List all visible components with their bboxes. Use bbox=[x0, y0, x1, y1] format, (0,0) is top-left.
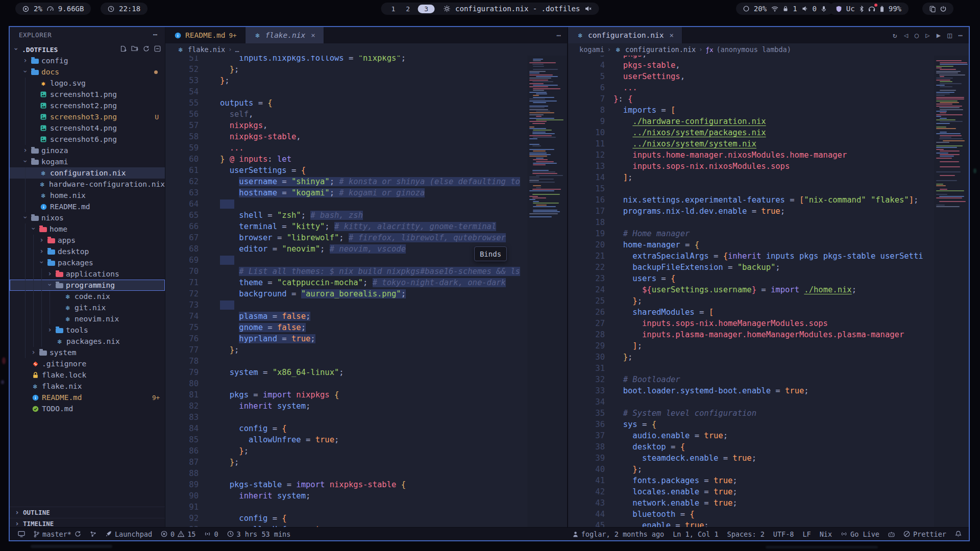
breadcrumb-symbol[interactable]: (anonymous lambda) bbox=[716, 45, 791, 54]
code-line-59[interactable]: 59 ... bbox=[165, 142, 527, 154]
breadcrumb-more[interactable]: … bbox=[235, 45, 239, 54]
code-line-62[interactable]: 62 username = "shinya"; # konsta or shin… bbox=[165, 176, 527, 187]
tree-item-ginoza[interactable]: ›ginoza bbox=[10, 145, 165, 156]
tab-configuration.nix[interactable]: ❄configuration.nix× bbox=[568, 27, 682, 43]
status-eol[interactable]: LF bbox=[802, 530, 811, 538]
tree-item-git.nix[interactable]: ❄git.nix bbox=[10, 302, 165, 313]
status-git-branch[interactable]: master* bbox=[34, 530, 81, 538]
code-line-54[interactable]: 54 bbox=[165, 86, 527, 97]
tree-item-README.md[interactable]: README.md9+ bbox=[10, 392, 165, 403]
code-line-33[interactable]: 33 boot.loader.systemd-boot.enable = tru… bbox=[568, 385, 934, 396]
breadcrumb-file[interactable]: configuration.nix bbox=[625, 45, 696, 54]
tree-item-apps[interactable]: ›apps bbox=[10, 235, 165, 246]
minimap[interactable] bbox=[527, 56, 567, 527]
code-line-8[interactable]: 8 imports = [ bbox=[568, 105, 934, 116]
status-indentation[interactable]: Spaces: 2 bbox=[727, 530, 765, 538]
audio-brightness-widget[interactable]: 20%10 bbox=[736, 3, 834, 15]
code-line-18[interactable]: 18 bbox=[568, 217, 934, 228]
collapse-folders-icon[interactable] bbox=[154, 45, 161, 54]
code-line-40[interactable]: 40 }; bbox=[568, 464, 934, 475]
tree-item-home[interactable]: ›home bbox=[10, 223, 165, 235]
tree-item-nixos[interactable]: ›nixos bbox=[10, 212, 165, 223]
code-line-15[interactable]: 15 bbox=[568, 183, 934, 194]
code-line-55[interactable]: 55outputs = { bbox=[165, 97, 527, 109]
code-line-57[interactable]: 57 nixpkgs, bbox=[165, 120, 527, 131]
tree-item-applications[interactable]: ›applications bbox=[10, 268, 165, 280]
code-editor-configuration-nix[interactable]: 3 pkgs,4 pkgs-stable,5 userSettings,6 ..… bbox=[568, 48, 934, 527]
code-line-13[interactable]: 13 inputs.sops-nix.nixosModules.sops bbox=[568, 161, 934, 172]
code-line-42[interactable]: 42 locales.enable = true; bbox=[568, 486, 934, 497]
code-line-79[interactable]: 79 system = "x86_64-linux"; bbox=[165, 367, 527, 378]
code-line-38[interactable]: 38 desktop = { bbox=[568, 441, 934, 453]
close-icon[interactable]: × bbox=[311, 31, 315, 39]
code-line-53[interactable]: 53}; bbox=[165, 75, 527, 86]
code-line-25[interactable]: 25 }; bbox=[568, 295, 934, 307]
tab-flake.nix[interactable]: ❄flake.nix× bbox=[246, 27, 324, 43]
code-line-93[interactable]: 93 allowUnfree = true; bbox=[165, 524, 527, 527]
code-line-70[interactable]: 70 # List all themes: $ nix build nixpkg… bbox=[165, 266, 527, 277]
code-line-26[interactable]: 26 sharedModules = [ bbox=[568, 307, 934, 318]
breadcrumb-folder[interactable]: kogami bbox=[579, 45, 604, 54]
tree-item-hardware-configuration.nix[interactable]: ❄hardware-configuration.nix bbox=[10, 179, 165, 190]
code-line-63[interactable]: 63 hostname = "kogami"; # kogami or gino… bbox=[165, 187, 527, 198]
code-line-67[interactable]: 67 browser = "librewolf"; # firefox, lib… bbox=[165, 232, 527, 243]
code-line-30[interactable]: 30 }; bbox=[568, 352, 934, 363]
code-line-75[interactable]: 75 gnome = false; bbox=[165, 322, 527, 333]
breadcrumb[interactable]: ❄ flake.nix › … bbox=[165, 43, 567, 56]
status-remote-window[interactable] bbox=[18, 531, 25, 537]
code-line-76[interactable]: 76 hyprland = true; bbox=[165, 333, 527, 344]
tree-item-code.nix[interactable]: ❄code.nix bbox=[10, 291, 165, 302]
tree-item-packages.nix[interactable]: ❄packages.nix bbox=[10, 336, 165, 347]
code-line-73[interactable]: 73 bbox=[165, 299, 527, 311]
new-folder-icon[interactable] bbox=[131, 45, 138, 54]
code-line-20[interactable]: 20 home-manager = { bbox=[568, 239, 934, 251]
tree-item-flake.lock[interactable]: flake.lock bbox=[10, 369, 165, 381]
new-file-icon[interactable] bbox=[120, 45, 127, 54]
breadcrumb-file[interactable]: flake.nix bbox=[188, 45, 225, 54]
status-launchpad[interactable]: Launchpad bbox=[105, 530, 152, 538]
code-line-34[interactable]: 34 bbox=[568, 396, 934, 408]
code-line-86[interactable]: 86 }; bbox=[165, 445, 527, 457]
breadcrumb[interactable]: kogami › ❄ configuration.nix › ƒx (anony… bbox=[568, 43, 969, 56]
tree-item-logo.svg[interactable]: ✱logo.svg bbox=[10, 78, 165, 89]
code-line-35[interactable]: 35 # System level configuration bbox=[568, 408, 934, 419]
code-line-85[interactable]: 85 allowUnfree = true; bbox=[165, 434, 527, 445]
tree-item-docs[interactable]: ›docs bbox=[10, 66, 165, 78]
status-language-mode[interactable]: Nix bbox=[820, 530, 832, 538]
code-line-61[interactable]: 61 userSettings = { bbox=[165, 165, 527, 176]
code-line-27[interactable]: 27 inputs.sops-nix.homeManagerModules.so… bbox=[568, 318, 934, 329]
code-line-44[interactable]: 44 bluetooth = { bbox=[568, 509, 934, 520]
code-line-12[interactable]: 12 inputs.home-manager.nixosModules.home… bbox=[568, 149, 934, 161]
tree-item-system[interactable]: ›system bbox=[10, 347, 165, 358]
code-line-37[interactable]: 37 audio.enable = true; bbox=[568, 430, 934, 441]
code-line-5[interactable]: 5 userSettings, bbox=[568, 71, 934, 82]
forward-icon[interactable]: ▷ bbox=[925, 31, 929, 39]
tab-README.md[interactable]: README.md9+ bbox=[165, 27, 246, 43]
minimap[interactable] bbox=[934, 56, 969, 527]
tree-item-TODO.md[interactable]: TODO.md bbox=[10, 403, 165, 414]
split-icon[interactable]: ◫ bbox=[947, 31, 951, 39]
status-git-graph[interactable] bbox=[90, 531, 96, 537]
tree-item-kogami[interactable]: ›kogami bbox=[10, 156, 165, 167]
tree-item-screenshot6.png[interactable]: screenshot6.png bbox=[10, 134, 165, 145]
clock-widget[interactable]: 22:18 bbox=[101, 3, 148, 15]
system-stats-widget[interactable]: 2% 9.66GB bbox=[15, 3, 91, 15]
code-line-22[interactable]: 22 backupFileExtension = "backup"; bbox=[568, 262, 934, 273]
code-line-4[interactable]: 4 pkgs-stable, bbox=[568, 60, 934, 71]
refresh-explorer-icon[interactable] bbox=[143, 45, 150, 54]
code-line-23[interactable]: 23 users = { bbox=[568, 273, 934, 284]
code-line-80[interactable]: 80 bbox=[165, 378, 527, 389]
code-line-89[interactable]: 89 pkgs-stable = import nixpkgs-stable { bbox=[165, 479, 527, 490]
code-line-74[interactable]: 74 plasma = false; bbox=[165, 311, 527, 322]
run-icon[interactable]: ▶ bbox=[937, 31, 941, 39]
back-icon[interactable]: ◁ bbox=[903, 31, 908, 39]
code-line-77[interactable]: 77 }; bbox=[165, 344, 527, 356]
code-line-87[interactable]: 87 }; bbox=[165, 457, 527, 468]
code-line-9[interactable]: 9 ./hardware-configuration.nix bbox=[568, 116, 934, 127]
tree-item-.gitignore[interactable]: .gitignore bbox=[10, 358, 165, 369]
tree-item-neovim.nix[interactable]: ❄neovim.nix bbox=[10, 313, 165, 324]
code-line-6[interactable]: 6 ... bbox=[568, 82, 934, 93]
timeline-section[interactable]: › TIMELINE bbox=[10, 518, 165, 527]
status-problems[interactable]: 015 bbox=[161, 530, 195, 538]
status-go-live[interactable]: Go Live bbox=[841, 530, 879, 538]
